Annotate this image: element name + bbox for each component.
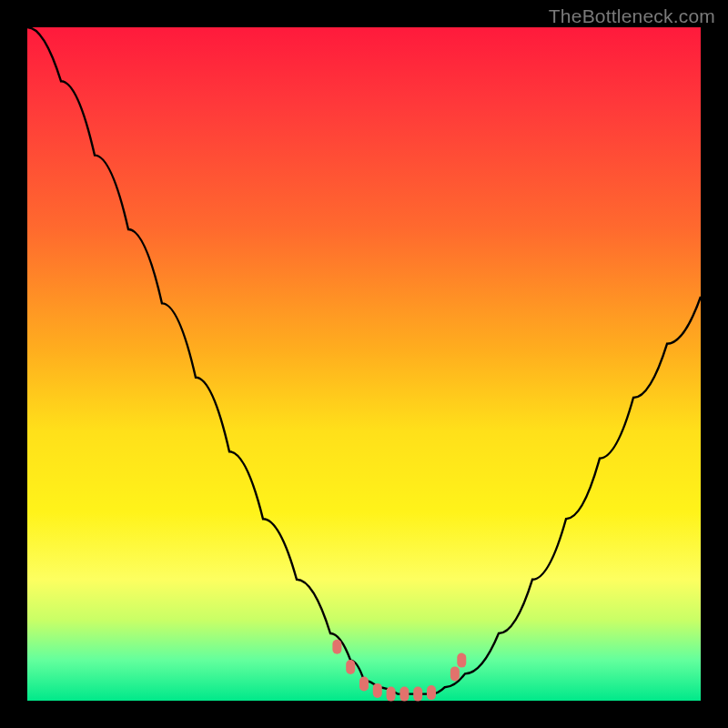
curve-marker: [427, 685, 436, 700]
chart-frame: TheBottleneck.com: [0, 0, 728, 728]
marker-group: [332, 640, 466, 702]
curve-marker: [457, 653, 466, 668]
chart-svg: [27, 27, 701, 701]
curve-marker: [399, 687, 409, 702]
curve-marker: [332, 640, 341, 654]
bottleneck-curve: [27, 27, 701, 694]
curve-marker: [413, 687, 422, 702]
curve-marker: [373, 683, 382, 698]
watermark-text: TheBottleneck.com: [549, 5, 715, 27]
curve-marker: [346, 660, 355, 674]
curve-marker: [450, 666, 460, 681]
curve-marker: [387, 687, 396, 702]
chart-plot-area: [27, 27, 701, 701]
curve-marker: [359, 677, 369, 692]
